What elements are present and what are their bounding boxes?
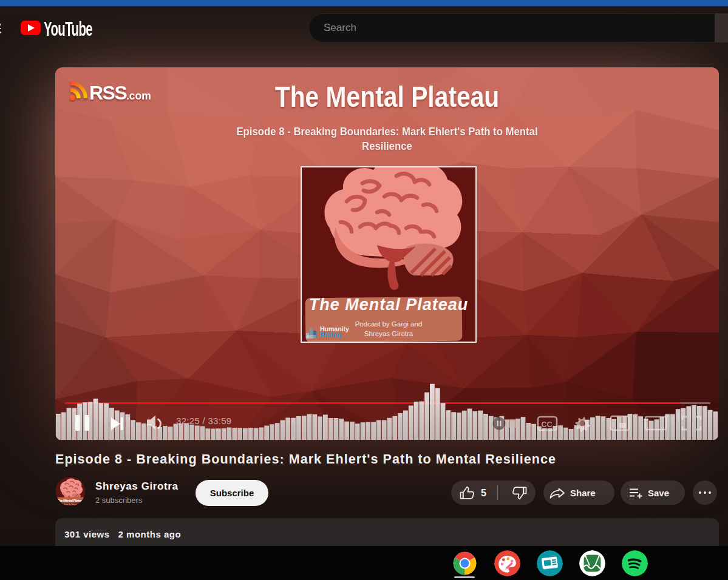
svg-text:Podcast by Gargi and: Podcast by Gargi and [62,503,80,505]
svg-text:5: 5 [481,488,486,498]
svg-text:Share: Share [570,488,596,498]
svg-text:Save: Save [648,488,669,498]
svg-text:CC: CC [542,420,553,429]
svg-text:The Mental Plateau: The Mental Plateau [57,499,84,502]
